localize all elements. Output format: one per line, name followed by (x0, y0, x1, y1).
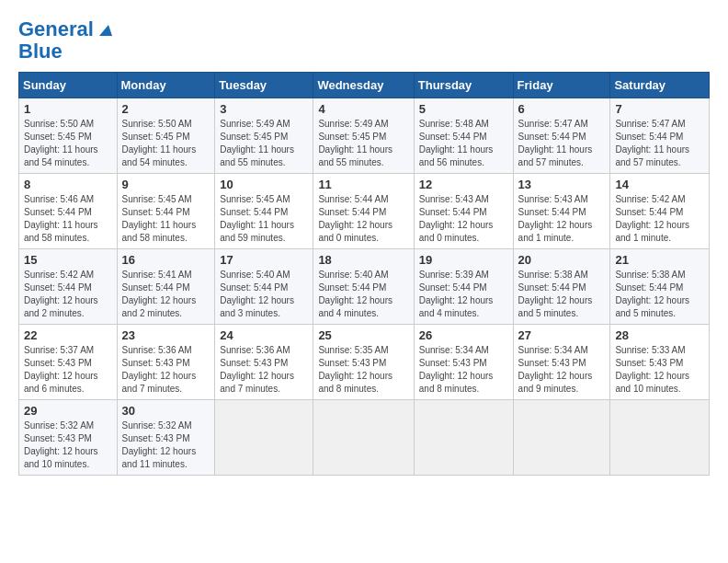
calendar-cell: 25Sunrise: 5:35 AM Sunset: 5:43 PM Dayli… (313, 325, 414, 400)
day-info: Sunrise: 5:42 AM Sunset: 5:44 PM Dayligh… (24, 269, 112, 320)
calendar-cell: 16Sunrise: 5:41 AM Sunset: 5:44 PM Dayli… (117, 249, 215, 325)
day-info: Sunrise: 5:41 AM Sunset: 5:44 PM Dayligh… (122, 269, 210, 320)
day-number: 7 (615, 102, 704, 116)
week-row-0: 1Sunrise: 5:50 AM Sunset: 5:45 PM Daylig… (19, 98, 710, 174)
header-saturday: Saturday (610, 73, 710, 98)
calendar-cell: 22Sunrise: 5:37 AM Sunset: 5:43 PM Dayli… (19, 325, 118, 400)
calendar-cell (313, 400, 414, 476)
calendar-cell: 29Sunrise: 5:32 AM Sunset: 5:43 PM Dayli… (19, 400, 118, 476)
day-number: 28 (615, 328, 704, 342)
day-number: 9 (122, 178, 210, 191)
header: General Blue (18, 18, 710, 63)
day-info: Sunrise: 5:49 AM Sunset: 5:45 PM Dayligh… (318, 118, 408, 169)
calendar-cell: 5Sunrise: 5:48 AM Sunset: 5:44 PM Daylig… (414, 98, 513, 174)
day-number: 3 (220, 102, 308, 116)
calendar-cell (215, 400, 313, 476)
day-number: 27 (518, 328, 606, 342)
day-number: 25 (318, 328, 408, 342)
day-number: 17 (220, 253, 308, 267)
day-info: Sunrise: 5:42 AM Sunset: 5:44 PM Dayligh… (615, 193, 704, 245)
calendar-cell: 26Sunrise: 5:34 AM Sunset: 5:43 PM Dayli… (414, 325, 513, 400)
day-info: Sunrise: 5:45 AM Sunset: 5:44 PM Dayligh… (122, 193, 210, 245)
day-info: Sunrise: 5:36 AM Sunset: 5:43 PM Dayligh… (122, 344, 210, 396)
calendar-cell: 2Sunrise: 5:50 AM Sunset: 5:45 PM Daylig… (117, 98, 215, 174)
logo-text: General (18, 18, 94, 40)
header-friday: Friday (513, 73, 610, 98)
header-wednesday: Wednesday (313, 73, 414, 98)
day-number: 10 (220, 178, 308, 191)
day-number: 19 (419, 253, 508, 267)
logo-icon (96, 21, 112, 38)
day-info: Sunrise: 5:46 AM Sunset: 5:44 PM Dayligh… (24, 193, 112, 245)
day-info: Sunrise: 5:40 AM Sunset: 5:44 PM Dayligh… (220, 269, 308, 320)
day-number: 14 (615, 178, 704, 191)
day-number: 22 (24, 328, 112, 342)
calendar-header-row: SundayMondayTuesdayWednesdayThursdayFrid… (19, 73, 710, 98)
day-number: 16 (122, 253, 210, 267)
calendar-cell: 4Sunrise: 5:49 AM Sunset: 5:45 PM Daylig… (313, 98, 414, 174)
day-number: 13 (518, 178, 606, 191)
calendar-cell: 20Sunrise: 5:38 AM Sunset: 5:44 PM Dayli… (513, 249, 610, 325)
calendar-cell: 1Sunrise: 5:50 AM Sunset: 5:45 PM Daylig… (19, 98, 118, 174)
day-number: 1 (24, 102, 112, 116)
calendar-cell (513, 400, 610, 476)
calendar-table: SundayMondayTuesdayWednesdayThursdayFrid… (18, 72, 710, 476)
calendar-cell: 3Sunrise: 5:49 AM Sunset: 5:45 PM Daylig… (215, 98, 313, 174)
day-info: Sunrise: 5:33 AM Sunset: 5:43 PM Dayligh… (615, 344, 704, 396)
day-number: 21 (615, 253, 704, 267)
calendar-cell: 19Sunrise: 5:39 AM Sunset: 5:44 PM Dayli… (414, 249, 513, 325)
week-row-4: 29Sunrise: 5:32 AM Sunset: 5:43 PM Dayli… (19, 400, 710, 476)
day-number: 29 (24, 404, 112, 418)
calendar-cell (610, 400, 710, 476)
day-info: Sunrise: 5:50 AM Sunset: 5:45 PM Dayligh… (24, 118, 112, 169)
day-number: 15 (24, 253, 112, 267)
calendar-cell: 11Sunrise: 5:44 AM Sunset: 5:44 PM Dayli… (313, 174, 414, 249)
day-info: Sunrise: 5:39 AM Sunset: 5:44 PM Dayligh… (419, 269, 508, 320)
calendar-cell: 24Sunrise: 5:36 AM Sunset: 5:43 PM Dayli… (215, 325, 313, 400)
calendar-cell: 30Sunrise: 5:32 AM Sunset: 5:43 PM Dayli… (117, 400, 215, 476)
calendar-cell: 8Sunrise: 5:46 AM Sunset: 5:44 PM Daylig… (19, 174, 118, 249)
day-info: Sunrise: 5:47 AM Sunset: 5:44 PM Dayligh… (615, 118, 704, 169)
day-number: 24 (220, 328, 308, 342)
calendar-cell: 23Sunrise: 5:36 AM Sunset: 5:43 PM Dayli… (117, 325, 215, 400)
logo: General Blue (18, 18, 112, 63)
header-monday: Monday (117, 73, 215, 98)
header-tuesday: Tuesday (215, 73, 313, 98)
calendar-cell (414, 400, 513, 476)
week-row-3: 22Sunrise: 5:37 AM Sunset: 5:43 PM Dayli… (19, 325, 710, 400)
calendar-cell: 6Sunrise: 5:47 AM Sunset: 5:44 PM Daylig… (513, 98, 610, 174)
calendar-cell: 7Sunrise: 5:47 AM Sunset: 5:44 PM Daylig… (610, 98, 710, 174)
day-info: Sunrise: 5:35 AM Sunset: 5:43 PM Dayligh… (318, 344, 408, 396)
day-number: 6 (518, 102, 606, 116)
day-number: 8 (24, 178, 112, 191)
day-number: 23 (122, 328, 210, 342)
calendar-cell: 21Sunrise: 5:38 AM Sunset: 5:44 PM Dayli… (610, 249, 710, 325)
day-info: Sunrise: 5:36 AM Sunset: 5:43 PM Dayligh… (220, 344, 308, 396)
calendar-cell: 9Sunrise: 5:45 AM Sunset: 5:44 PM Daylig… (117, 174, 215, 249)
day-info: Sunrise: 5:32 AM Sunset: 5:43 PM Dayligh… (24, 419, 112, 471)
day-number: 11 (318, 178, 408, 191)
day-info: Sunrise: 5:40 AM Sunset: 5:44 PM Dayligh… (318, 269, 408, 320)
day-info: Sunrise: 5:45 AM Sunset: 5:44 PM Dayligh… (220, 193, 308, 245)
day-info: Sunrise: 5:34 AM Sunset: 5:43 PM Dayligh… (518, 344, 606, 396)
calendar-cell: 10Sunrise: 5:45 AM Sunset: 5:44 PM Dayli… (215, 174, 313, 249)
day-info: Sunrise: 5:49 AM Sunset: 5:45 PM Dayligh… (220, 118, 308, 169)
calendar-cell: 28Sunrise: 5:33 AM Sunset: 5:43 PM Dayli… (610, 325, 710, 400)
header-thursday: Thursday (414, 73, 513, 98)
day-number: 5 (419, 102, 508, 116)
day-number: 2 (122, 102, 210, 116)
day-info: Sunrise: 5:37 AM Sunset: 5:43 PM Dayligh… (24, 344, 112, 396)
calendar-cell: 13Sunrise: 5:43 AM Sunset: 5:44 PM Dayli… (513, 174, 610, 249)
day-info: Sunrise: 5:43 AM Sunset: 5:44 PM Dayligh… (518, 193, 606, 245)
day-info: Sunrise: 5:50 AM Sunset: 5:45 PM Dayligh… (122, 118, 210, 169)
week-row-2: 15Sunrise: 5:42 AM Sunset: 5:44 PM Dayli… (19, 249, 710, 325)
calendar-cell: 17Sunrise: 5:40 AM Sunset: 5:44 PM Dayli… (215, 249, 313, 325)
day-info: Sunrise: 5:44 AM Sunset: 5:44 PM Dayligh… (318, 193, 408, 245)
day-number: 18 (318, 253, 408, 267)
day-number: 4 (318, 102, 408, 116)
day-number: 26 (419, 328, 508, 342)
day-info: Sunrise: 5:38 AM Sunset: 5:44 PM Dayligh… (518, 269, 606, 320)
calendar-cell: 12Sunrise: 5:43 AM Sunset: 5:44 PM Dayli… (414, 174, 513, 249)
header-sunday: Sunday (19, 73, 118, 98)
day-info: Sunrise: 5:32 AM Sunset: 5:43 PM Dayligh… (122, 419, 210, 471)
